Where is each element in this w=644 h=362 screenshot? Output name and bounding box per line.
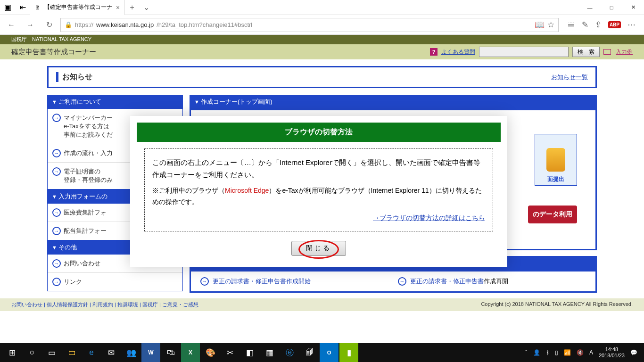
abp-badge-icon[interactable]: ABP <box>608 21 621 28</box>
ie-icon[interactable]: ⓔ <box>280 343 299 362</box>
favorite-star-icon[interactable]: ☆ <box>547 20 554 30</box>
battery-icon[interactable]: ▯ <box>555 349 558 356</box>
modal-body: この画面の右上のメニュー〔…〕から「Internet Explorerで開く」を… <box>144 148 493 231</box>
clock[interactable]: 14:48 2018/01/23 <box>599 346 625 359</box>
page-icon: 🗎 <box>35 4 41 11</box>
explorer-icon[interactable]: 🗀 <box>62 343 81 362</box>
site-title-bar: 確定申告書等作成コーナー ? よくある質問 検 索 入力例 <box>0 44 644 59</box>
correction-start[interactable]: 更正の請求書・修正申告書作成開始 <box>200 277 388 286</box>
edge-icon[interactable]: e <box>82 343 101 362</box>
search-input[interactable] <box>479 47 569 57</box>
lock-icon: 🔒 <box>65 21 72 28</box>
notice-title: お知らせ <box>56 72 92 82</box>
back-button[interactable]: ← <box>4 17 19 33</box>
taskview-icon[interactable]: ▭ <box>42 343 61 362</box>
recent-icon[interactable]: ▣ <box>2 2 13 13</box>
notice-list-link[interactable]: お知らせ一覧 <box>551 73 588 82</box>
excel-icon[interactable]: X <box>181 343 200 362</box>
modal-p2: ※ご利用中のブラウザ（Microsoft Edge）をe-Taxが利用可能なブラ… <box>152 185 485 208</box>
bluetooth-icon[interactable]: ᚼ <box>546 349 549 356</box>
favorites-hub-icon[interactable]: ⩸ <box>567 20 575 30</box>
volume-icon[interactable]: 🔇 <box>577 349 584 356</box>
sidebar-toggle-icon[interactable]: ⇤ <box>17 2 28 13</box>
forward-button[interactable]: → <box>23 17 38 33</box>
snip-icon[interactable]: ✂ <box>221 343 239 362</box>
url-field[interactable]: 🔒 https://www.keisan.nta.go.jp/h29/ta_to… <box>60 18 559 32</box>
manual-link[interactable]: 入力例 <box>616 48 633 56</box>
close-window-button[interactable]: ✕ <box>622 0 644 15</box>
notification-icon[interactable]: 💬 <box>630 349 637 356</box>
mail-icon[interactable]: ✉ <box>102 343 121 362</box>
arrow-icon <box>52 149 61 157</box>
submit-panel-peek: 面提出 <box>535 134 577 186</box>
taskbar: ⊞ ○ ▭ 🗀 e ✉ 👥 W 🛍 X 🎨 ✂ ◧ ▦ ⓔ 🗐 O ▮ ˄ 👤 … <box>0 343 644 362</box>
more-menu-icon[interactable]: ⋯ <box>627 20 636 30</box>
store-icon[interactable]: 🛍 <box>161 343 180 362</box>
modal-p1: この画面の右上のメニュー〔…〕から「Internet Explorerで開く」を… <box>152 156 485 181</box>
wifi-icon[interactable]: 📶 <box>564 349 571 356</box>
address-bar: ← → ↻ 🔒 https://www.keisan.nta.go.jp/h29… <box>0 15 644 35</box>
arrow-icon <box>52 259 61 268</box>
system-tray: ˄ 👤 ᚼ ▯ 📶 🔇 A 14:48 2018/01/23 💬 <box>525 346 641 359</box>
app-icon-2[interactable]: ▦ <box>260 343 279 362</box>
tab-chevron-icon[interactable]: ⌄ <box>139 3 153 12</box>
arrow-icon <box>52 114 61 122</box>
arrow-icon <box>52 167 61 176</box>
faq-link[interactable]: よくある質問 <box>441 48 475 56</box>
modal-close-button[interactable]: 閉じる <box>291 241 346 256</box>
app-icon-3[interactable]: 🗐 <box>300 343 319 362</box>
reading-icon[interactable]: 📖 <box>535 20 545 30</box>
word-icon[interactable]: W <box>141 343 160 362</box>
arrow-icon <box>52 278 61 286</box>
question-icon: ? <box>430 48 438 56</box>
copyright: Copyright (c) 2018 NATIONAL TAX AGENCY A… <box>481 301 633 307</box>
main-top-header: 作成コーナー(トップ画面) <box>190 95 597 109</box>
share-icon[interactable]: ⇪ <box>595 20 602 30</box>
browser-switch-modal: ブラウザの切替方法 この画面の右上のメニュー〔…〕から「Internet Exp… <box>130 116 507 267</box>
tray-chevron-icon[interactable]: ˄ <box>525 349 528 356</box>
app-icon-4[interactable]: ▮ <box>339 343 358 362</box>
agency-header: 国税庁 NATIONAL TAX AGENCY <box>0 35 644 44</box>
modal-detail-link[interactable]: →ブラウザの切替方法の詳細はこちら <box>152 213 485 224</box>
arrow-icon <box>52 208 61 217</box>
people-icon[interactable]: 👥 <box>122 343 140 362</box>
page-title: 確定申告書等作成コーナー <box>11 48 96 57</box>
correction-resume[interactable]: 更正の請求書・修正申告書作成再開 <box>398 277 586 286</box>
people-tray-icon[interactable]: 👤 <box>533 349 540 356</box>
reload-button[interactable]: ↻ <box>41 17 57 33</box>
new-tab-button[interactable]: + <box>125 3 139 12</box>
ime-icon[interactable]: A <box>589 349 593 356</box>
data-use-button-peek[interactable]: のデータ利用 <box>528 206 577 223</box>
arrow-icon <box>200 277 209 286</box>
tab-title: 【確定申告書等作成コーナ <box>44 3 112 11</box>
sidebar-item-links[interactable]: リンク <box>48 273 182 291</box>
window-titlebar: ▣ ⇤ 🗎 【確定申告書等作成コーナ × + ⌄ — □ ✕ <box>0 0 644 15</box>
arrow-icon <box>398 277 406 286</box>
notes-icon[interactable]: ✎ <box>582 20 588 30</box>
book-icon <box>603 49 611 55</box>
character-icon <box>546 148 565 172</box>
footer-links: お問い合わせ | 個人情報保護方針 | 利用規約 | 推奨環境 | 国税庁 | … <box>0 298 644 311</box>
paint-icon[interactable]: 🎨 <box>201 343 220 362</box>
notice-box: お知らせ お知らせ一覧 <box>47 66 597 88</box>
modal-title: ブラウザの切替方法 <box>137 123 501 142</box>
browser-tab[interactable]: 🗎 【確定申告書等作成コーナ × <box>30 0 125 15</box>
minimize-button[interactable]: — <box>579 0 601 15</box>
correction-box: 更正の請求書・修正申告書作成開始 更正の請求書・修正申告書作成再開 <box>190 270 597 293</box>
cortana-icon[interactable]: ○ <box>23 343 41 362</box>
search-button[interactable]: 検 索 <box>572 47 600 57</box>
sidebar-sec-usage[interactable]: ご利用について <box>47 95 183 109</box>
arrow-icon <box>52 227 61 235</box>
start-button[interactable]: ⊞ <box>3 343 22 362</box>
app-icon-1[interactable]: ◧ <box>240 343 259 362</box>
outlook-icon[interactable]: O <box>320 343 339 362</box>
maximize-button[interactable]: □ <box>601 0 622 15</box>
tab-close-icon[interactable]: × <box>116 4 120 11</box>
